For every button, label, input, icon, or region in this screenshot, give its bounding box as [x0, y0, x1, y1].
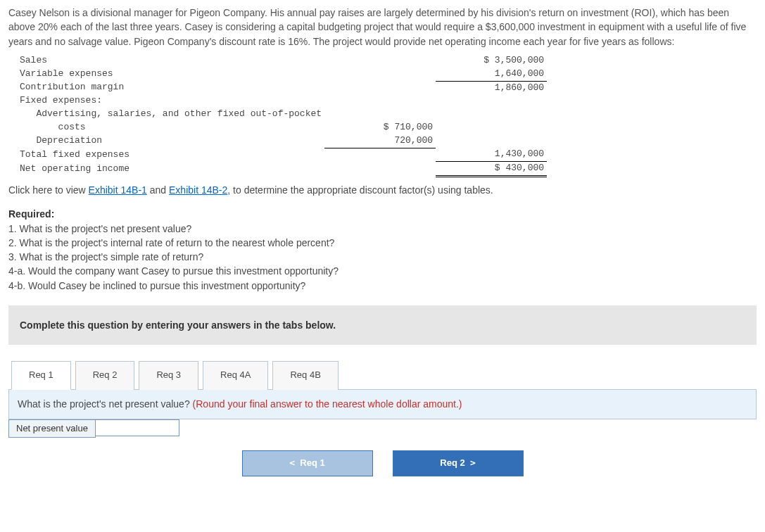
nav-buttons: < Req 1 Req 2 > [8, 450, 757, 476]
exhibit-link-1[interactable]: Exhibit 14B-1 [89, 184, 147, 196]
row-varexp-value: 1,640,000 [436, 68, 547, 81]
row-cm-label: Contribution margin [17, 81, 324, 94]
row-sales-value: $ 3,500,000 [436, 54, 547, 68]
row-varexp-label: Variable expenses [17, 68, 324, 81]
row-adv-label-line1: Advertising, salaries, and other fixed o… [17, 108, 324, 121]
question-bar: What is the project's net present value?… [8, 390, 757, 419]
row-cm-value: 1,860,000 [436, 81, 547, 94]
row-fixed-header: Fixed expenses: [17, 94, 324, 108]
tab-req4a[interactable]: Req 4A [203, 361, 268, 390]
chevron-left-icon: < [289, 457, 295, 468]
row-dep-value: 720,000 [324, 134, 436, 148]
exhibit-line: Click here to view Exhibit 14B-1 and Exh… [8, 183, 757, 197]
answer-label: Net present value [8, 419, 96, 438]
tab-req2[interactable]: Req 2 [75, 361, 135, 390]
row-adv-value: $ 710,000 [324, 121, 436, 134]
exhibit-link-2[interactable]: Exhibit 14B-2 [169, 184, 227, 196]
tab-req3[interactable]: Req 3 [139, 361, 198, 390]
required-q4b: 4-b. Would Casey be inclined to pursue t… [8, 280, 305, 291]
row-tfe-label: Total fixed expenses [17, 148, 324, 161]
problem-statement: Casey Nelson is a divisional manager for… [8, 6, 757, 49]
row-noi-label: Net operating income [17, 162, 324, 177]
tabs-row: Req 1 Req 2 Req 3 Req 4A Req 4B [8, 360, 757, 390]
prev-button[interactable]: < Req 1 [242, 450, 373, 476]
required-q2: 2. What is the project's internal rate o… [8, 237, 334, 248]
question-hint: (Round your final answer to the nearest … [193, 398, 462, 410]
required-heading: Required: [8, 208, 54, 220]
question-text: What is the project's net present value? [18, 398, 193, 410]
tab-req4b[interactable]: Req 4B [272, 361, 338, 390]
row-noi-value: $ 430,000 [436, 162, 547, 177]
answer-row: Net present value [8, 419, 757, 438]
row-tfe-value: 1,430,000 [436, 148, 547, 161]
row-dep-label: Depreciation [17, 134, 324, 148]
npv-input[interactable] [96, 419, 179, 436]
next-button[interactable]: Req 2 > [393, 450, 524, 476]
required-q3: 3. What is the project's simple rate of … [8, 251, 203, 262]
row-sales-label: Sales [17, 54, 324, 68]
chevron-right-icon: > [470, 457, 476, 468]
instruction-box: Complete this question by entering your … [8, 305, 757, 345]
income-statement-table: Sales $ 3,500,000 Variable expenses 1,64… [17, 54, 547, 177]
required-q1: 1. What is the project's net present val… [8, 223, 191, 234]
tab-req1[interactable]: Req 1 [11, 361, 71, 390]
required-q4a: 4-a. Would the company want Casey to pur… [8, 265, 339, 277]
row-adv-label-line2: costs [17, 121, 324, 134]
required-block: Required: 1. What is the project's net p… [8, 207, 757, 293]
